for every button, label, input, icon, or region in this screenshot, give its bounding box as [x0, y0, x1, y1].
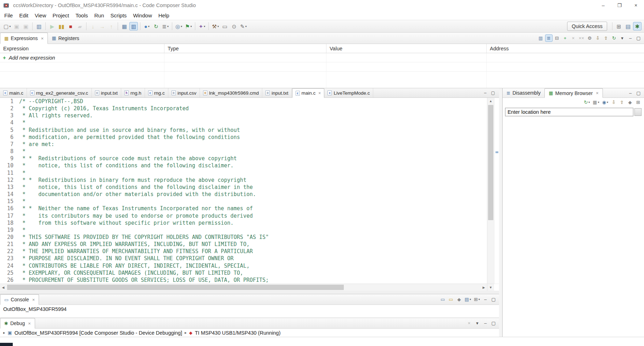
memory-location-input[interactable] — [505, 108, 633, 116]
console-output[interactable]: OutOfBox_MSP430FR5994 — [0, 305, 499, 318]
code-line[interactable]: * THIS SOFTWARE IS PROVIDED BY THE COPYR… — [19, 234, 487, 241]
line-number[interactable]: 12 — [0, 177, 13, 184]
editor-tab-main-c[interactable]: cmain.c× — [292, 88, 325, 98]
close-icon[interactable]: × — [41, 36, 44, 41]
flash-icon[interactable]: ⚑▾ — [184, 22, 193, 30]
line-number[interactable]: 25 — [0, 269, 13, 277]
show-logical-structure-icon[interactable]: ≣ — [545, 34, 553, 42]
refresh-expressions-icon[interactable]: ↻ — [610, 34, 618, 42]
editor-tab-rng-c[interactable]: crng.c — [145, 88, 168, 97]
menu-tools[interactable]: Tools — [72, 11, 91, 20]
pin-console-icon[interactable]: ◆ — [455, 296, 463, 303]
dropdown-caret-icon[interactable]: ▾ — [190, 25, 192, 28]
close-icon[interactable]: × — [32, 297, 35, 302]
code-line[interactable]: * EXEMPLARY, OR CONSEQUENTIAL DAMAGES (I… — [19, 269, 487, 277]
editor-tab-input-txt[interactable]: ≡input.txt — [92, 88, 121, 97]
show-type-names-icon[interactable]: ▥ — [537, 34, 544, 42]
close-icon[interactable]: × — [596, 90, 599, 96]
tab-expressions[interactable]: ▦Expressions× — [0, 33, 48, 44]
profile-icon[interactable]: ✦▾ — [197, 22, 206, 30]
menu-project[interactable]: Project — [49, 11, 72, 20]
line-number[interactable]: 21 — [0, 241, 13, 248]
code-line[interactable]: * Copyright (c) 2016, Texas Instruments … — [19, 105, 487, 112]
editor-tab-lnk-msp430fr5969-cmd[interactable]: ≡lnk_msp430fr5969.cmd — [200, 88, 262, 97]
close-icon[interactable]: × — [318, 91, 321, 96]
dropdown-caret-icon[interactable]: ▾ — [470, 298, 471, 301]
view-menu-icon[interactable]: ▾ — [618, 34, 626, 42]
dropdown-caret-icon[interactable]: ▾ — [598, 101, 599, 104]
expand-arrow-icon[interactable]: ▸ — [185, 330, 187, 335]
horizontal-sash[interactable] — [0, 291, 499, 294]
editor-tab-livetempmode-c[interactable]: cLiveTempMode.c — [324, 88, 373, 97]
tab-console[interactable]: ▭Console× — [0, 294, 39, 305]
edit-expression-icon[interactable]: ⚙ — [586, 34, 593, 42]
code-line[interactable]: * AND ANY EXPRESS OR IMPLIED WARRANTIES,… — [19, 241, 487, 248]
new-file-icon[interactable]: ▢▾ — [2, 22, 12, 30]
resume-icon[interactable]: ▶ — [48, 22, 56, 30]
save-all-icon[interactable]: ▣ — [22, 22, 30, 30]
dropdown-caret-icon[interactable]: ▾ — [245, 25, 247, 28]
dropdown-caret-icon[interactable]: ▾ — [588, 101, 590, 104]
open-element-icon[interactable]: ✎▾ — [239, 22, 248, 30]
horizontal-scrollbar[interactable]: ◀ ▶ — [0, 284, 487, 291]
open-console-icon[interactable]: ⊞▾ — [473, 296, 481, 303]
dropdown-caret-icon[interactable]: ▾ — [217, 25, 219, 28]
dropdown-caret-icon[interactable]: ▾ — [204, 25, 205, 28]
line-number[interactable]: 26 — [0, 277, 13, 284]
editor-tab-input-txt[interactable]: ≡input.txt — [262, 88, 292, 97]
add-expression-label[interactable]: Add new expression — [9, 55, 55, 61]
code-line[interactable]: * PURPOSE ARE DISCLAIMED. IN NO EVENT SH… — [19, 255, 487, 262]
code-line[interactable]: * CONTRIBUTORS BE LIABLE FOR ANY DIRECT,… — [19, 262, 487, 269]
step-return-icon[interactable]: ↑ — [107, 22, 116, 30]
minimize-view-icon[interactable]: – — [627, 34, 634, 42]
import-expressions-icon[interactable]: ⇩ — [594, 34, 601, 42]
vertical-sash[interactable] — [499, 88, 502, 337]
remove-all-expressions-icon[interactable]: ×× — [578, 34, 585, 42]
pin-view-icon[interactable]: ◆ — [626, 99, 634, 106]
code-line[interactable]: * from this software without specific pr… — [19, 219, 487, 227]
code-line[interactable]: * — [19, 198, 487, 205]
maximize-view-icon[interactable]: ▢ — [490, 296, 497, 303]
terminate-icon[interactable]: ■ — [66, 22, 75, 30]
line-number[interactable]: 9 — [0, 155, 13, 162]
minimize-view-icon[interactable]: – — [627, 89, 634, 97]
build-icon[interactable]: ⚒▾ — [211, 22, 220, 30]
column-header-type[interactable]: Type — [164, 44, 326, 53]
line-number[interactable]: 23 — [0, 255, 13, 262]
maximize-view-icon[interactable]: ▢ — [490, 319, 497, 327]
maximize-window-button[interactable]: ❐ — [611, 0, 628, 11]
debug-session-label[interactable]: OutOfBox_MSP430FR5994 [Code Composer Stu… — [15, 330, 182, 336]
line-number[interactable]: 16 — [0, 205, 13, 212]
line-number[interactable]: 3 — [0, 112, 13, 119]
line-number-gutter[interactable]: 1234567891011121314151617181920212223242… — [0, 98, 16, 284]
code-editor[interactable]: 1234567891011121314151617181920212223242… — [0, 98, 487, 284]
code-line[interactable]: * — [19, 169, 487, 177]
export-expressions-icon[interactable]: ⇧ — [602, 34, 610, 42]
code-line[interactable]: * — [19, 148, 487, 155]
editor-tab-main-c[interactable]: cmain.c — [0, 88, 27, 97]
code-line[interactable]: * modification, are permitted provided t… — [19, 134, 487, 141]
vertical-scrollbar[interactable]: ▲ — [487, 98, 494, 284]
menu-file[interactable]: File — [1, 11, 16, 20]
dropdown-caret-icon[interactable]: ▾ — [607, 101, 608, 104]
tab-disassembly[interactable]: ≣Disassembly — [503, 88, 544, 97]
add-expression-cell[interactable]: + Add new expression — [0, 53, 164, 62]
menu-window[interactable]: Window — [130, 11, 155, 20]
view-menu-icon[interactable]: ▾ — [474, 319, 481, 327]
line-number[interactable]: 4 — [0, 119, 13, 126]
line-number[interactable]: 6 — [0, 134, 13, 141]
line-number[interactable]: 11 — [0, 169, 13, 177]
refresh-memory-icon[interactable]: ↻▾ — [583, 99, 591, 106]
menu-view[interactable]: View — [32, 11, 49, 20]
line-number[interactable]: 1 — [0, 98, 13, 105]
editor-tab-rng-ex2-generate-csv-c[interactable]: crng_ex2_generate_csv.c — [27, 88, 92, 97]
close-window-button[interactable]: × — [628, 0, 644, 11]
code-line[interactable]: * * Redistributions of source code must … — [19, 155, 487, 162]
column-header-value[interactable]: Value — [326, 44, 487, 53]
load-memory-icon[interactable]: ⇧ — [618, 99, 626, 106]
scroll-up-icon[interactable]: ▲ — [487, 98, 494, 104]
debug-console-icon[interactable]: ▥ — [35, 22, 43, 30]
new-memory-tab-icon[interactable]: ⊞ — [634, 99, 642, 106]
display-selected-console-icon[interactable]: ▤▾ — [464, 296, 472, 303]
line-number[interactable]: 15 — [0, 198, 13, 205]
